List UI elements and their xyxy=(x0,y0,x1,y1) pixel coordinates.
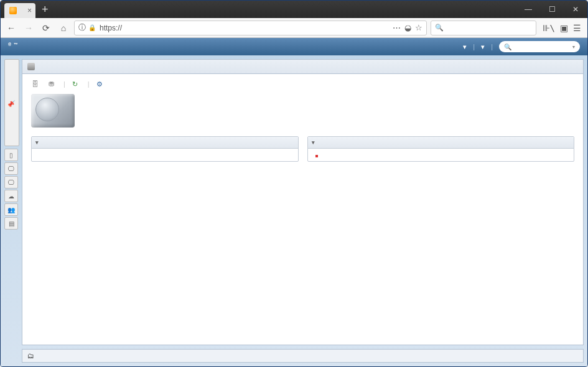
nav-network-icon[interactable]: 👥 xyxy=(4,203,18,216)
datastore-icon: 🗄 xyxy=(31,80,39,88)
nav-more-icon[interactable]: ▤ xyxy=(4,217,18,230)
esxi-search-input[interactable]: 🔍 ▾ xyxy=(499,41,580,52)
reload-button[interactable]: ⟳ xyxy=(39,21,53,35)
star-icon[interactable]: ☆ xyxy=(415,23,422,32)
library-icon[interactable]: ⊪\ xyxy=(543,23,555,33)
url-text: https:// xyxy=(100,24,393,32)
help-menu[interactable]: ▾ xyxy=(481,43,485,51)
window-minimize-button[interactable]: — xyxy=(516,1,540,18)
tasks-icon: 🗂 xyxy=(27,352,34,360)
home-button[interactable]: ⌂ xyxy=(57,21,70,35)
page-title-bar xyxy=(22,59,584,74)
search-icon: 🔍 xyxy=(435,24,444,32)
toolbar: 🗄 ⛃ | ↻ | ⚙ xyxy=(31,80,574,88)
disk-icon xyxy=(27,63,35,70)
vmware-logo: ®™ xyxy=(8,42,18,52)
back-button[interactable]: ← xyxy=(4,21,18,35)
user-menu[interactable]: ▾ xyxy=(463,43,467,51)
recent-tasks-bar[interactable]: 🗂 xyxy=(22,349,584,363)
esxi-topbar: ®™ ▾ | ▾ | 🔍 ▾ xyxy=(1,38,587,55)
diagram-panel: ▾ xyxy=(307,136,575,162)
partitions-header[interactable]: ▾ xyxy=(32,137,298,149)
sidebar-icon[interactable]: ▣ xyxy=(560,23,568,33)
more-icon[interactable]: ⋯ xyxy=(393,23,401,32)
lock-icon: 🔒 xyxy=(88,24,96,31)
window-maximize-button[interactable]: ☐ xyxy=(540,1,564,18)
window-titlebar: × + — ☐ ✕ xyxy=(1,1,587,18)
partitions-panel: ▾ xyxy=(31,136,299,162)
refresh-icon: ↻ xyxy=(72,80,79,88)
browser-search-input[interactable]: 🔍 xyxy=(431,21,536,35)
chevron-down-icon: ▾ xyxy=(572,44,575,50)
nav-storage-icon[interactable]: ☁ xyxy=(4,190,18,202)
nav-vm-icon[interactable]: 🖵 xyxy=(4,162,18,175)
nav-host-icon[interactable]: ▯ xyxy=(4,149,18,161)
new-datastore-button: 🗄 xyxy=(31,80,41,88)
forward-button[interactable]: → xyxy=(22,21,35,35)
chevron-down-icon: ▾ xyxy=(312,139,315,146)
highlight-box xyxy=(315,155,318,157)
pocket-icon[interactable]: ◒ xyxy=(404,23,411,32)
pin-icon: 📌 xyxy=(8,101,16,108)
actions-button[interactable]: ⚙ xyxy=(96,80,106,88)
navigator-toggle[interactable]: 📌 xyxy=(4,59,19,146)
increase-icon: ⛃ xyxy=(47,80,55,88)
nav-vm2-icon[interactable]: 🖵 xyxy=(4,176,18,188)
tab-favicon xyxy=(9,7,17,14)
gear-icon: ⚙ xyxy=(96,80,103,88)
window-close-button[interactable]: ✕ xyxy=(564,1,587,18)
disk-properties xyxy=(86,96,142,103)
refresh-button[interactable]: ↻ xyxy=(72,80,82,88)
search-icon: 🔍 xyxy=(504,44,511,50)
new-tab-button[interactable]: + xyxy=(42,3,49,16)
info-icon: ⓘ xyxy=(78,22,86,33)
disk-large-icon xyxy=(31,94,75,128)
chevron-down-icon: ▾ xyxy=(35,139,39,146)
menu-icon[interactable]: ☰ xyxy=(573,23,581,33)
diagram-header[interactable]: ▾ xyxy=(308,137,574,149)
url-input[interactable]: ⓘ 🔒 https:// ⋯ ◒ ☆ xyxy=(74,21,427,35)
browser-tab[interactable]: × xyxy=(4,3,35,18)
tab-close-icon[interactable]: × xyxy=(27,6,32,15)
increase-capacity-button: ⛃ xyxy=(47,80,57,88)
browser-addressbar: ← → ⟳ ⌂ ⓘ 🔒 https:// ⋯ ◒ ☆ 🔍 ⊪\ ▣ ☰ xyxy=(1,18,587,38)
